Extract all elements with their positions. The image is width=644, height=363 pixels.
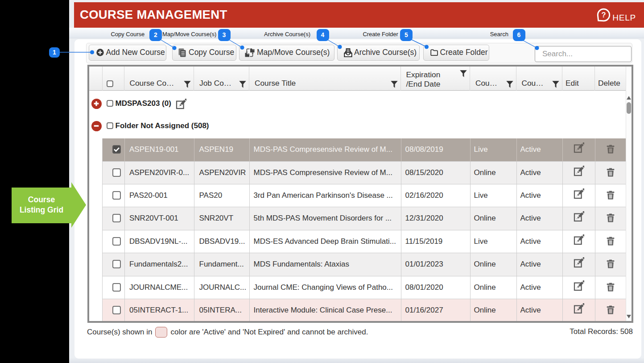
svg-text:Course: Course: [28, 195, 55, 204]
svg-text:Listing Grid: Listing Grid: [20, 205, 63, 214]
